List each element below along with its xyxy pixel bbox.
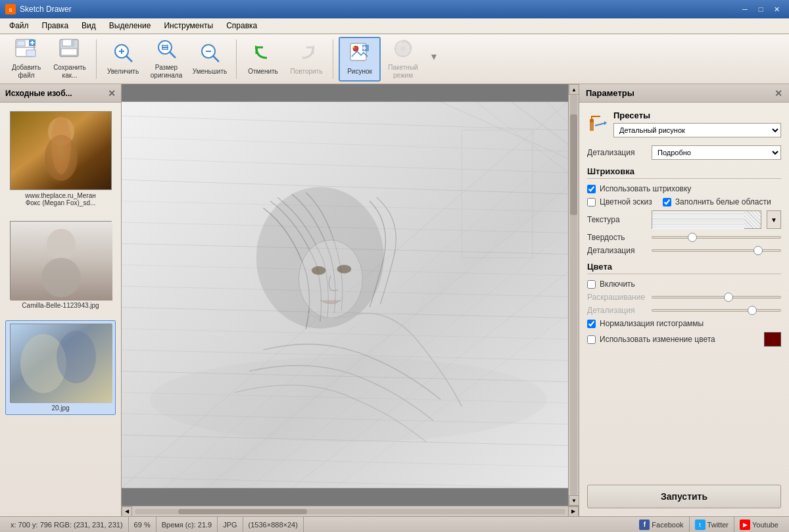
save-as-label: Сохранитькак... [53, 64, 86, 80]
menu-edit[interactable]: Правка [36, 20, 76, 33]
left-panel-content: www.theplace.ru_МеганФокс (Megan Fox)_sd… [0, 103, 121, 516]
scroll-down-button[interactable]: ▼ [569, 495, 579, 506]
color-swatch[interactable] [764, 332, 781, 347]
scroll-up-button[interactable]: ▲ [569, 84, 579, 95]
svg-line-16 [126, 56, 132, 62]
right-panel-close-button[interactable]: ✕ [775, 88, 782, 99]
close-button[interactable]: ✕ [769, 3, 784, 16]
add-file-button[interactable]: Добавитьфайл [5, 37, 47, 82]
canvas-scrollable[interactable] [122, 84, 568, 506]
maximize-button[interactable]: □ [753, 3, 768, 16]
svg-text:S: S [9, 7, 12, 13]
menu-select[interactable]: Выделение [103, 20, 158, 33]
use-hatching-row: Использовать штриховку [587, 184, 781, 193]
youtube-icon: ▶ [740, 520, 750, 530]
redo-label: Повторить [291, 68, 323, 76]
run-button-area: Запустить [579, 479, 789, 516]
thumbnail-label-1: www.theplace.ru_МеганФокс (Megan Fox)_sd… [25, 192, 95, 206]
normalize-checkbox[interactable] [587, 320, 596, 328]
facebook-link[interactable]: f Facebook [639, 520, 683, 530]
orig-size-label: Размероригинала [151, 64, 182, 80]
menu-bar: Файл Правка Вид Выделение Инструменты Сп… [0, 18, 789, 34]
texture-dropdown-button[interactable]: ▼ [767, 210, 781, 229]
color-change-checkbox[interactable] [587, 335, 596, 344]
color-sketch-checkbox[interactable] [587, 198, 596, 206]
hardness-slider[interactable] [652, 236, 781, 239]
right-panel-content: Пресеты Детальный рисунок Простой рисуно… [579, 103, 789, 479]
colorize-slider[interactable] [652, 296, 781, 299]
add-file-label: Добавитьфайл [12, 64, 41, 80]
zoom-out-button[interactable]: Уменьшить [189, 37, 231, 82]
redo-icon [295, 42, 318, 66]
hatching-section: Штриховка Использовать штриховку Цветной… [587, 166, 781, 255]
scroll-right-button[interactable]: ▶ [568, 506, 579, 517]
batch-icon [391, 38, 415, 62]
thumbnail-item-2[interactable]: Camilla-Belle-1123943.jpg [5, 218, 116, 312]
status-youtube[interactable]: ▶ Youtube [734, 517, 784, 532]
hatching-detail-label: Детализация [587, 246, 646, 255]
color-change-row: Использовать изменение цвета [587, 332, 781, 347]
scroll-thumb-vertical[interactable] [570, 114, 577, 214]
main-area: Исходные изоб... ✕ [0, 84, 789, 516]
redo-button[interactable]: Повторить [285, 37, 327, 82]
thumbnail-item-3[interactable]: 20.jpg [5, 320, 116, 415]
toolbar-history-group: Отменить Повторить [242, 37, 327, 82]
minimize-button[interactable]: ─ [738, 3, 752, 16]
color-detail-slider[interactable] [652, 309, 781, 312]
normalize-row: Нормализация гистограммы [587, 319, 781, 328]
thumbnail-item-1[interactable]: www.theplace.ru_МеганФокс (Megan Fox)_sd… [5, 108, 116, 210]
texture-label: Текстура [587, 215, 646, 224]
menu-tools[interactable]: Инструменты [157, 20, 220, 33]
hatching-detail-slider[interactable] [652, 249, 781, 252]
title-bar: S Sketch Drawer ─ □ ✕ [0, 0, 789, 18]
fill-white-row: Заполнить белые области [663, 197, 771, 206]
scroll-track-horizontal[interactable] [135, 509, 565, 514]
enable-colors-checkbox[interactable] [587, 280, 596, 289]
run-button[interactable]: Запустить [587, 485, 781, 508]
enable-colors-row: Включить [587, 279, 781, 289]
menu-help[interactable]: Справка [220, 20, 264, 33]
scroll-left-button[interactable]: ◀ [122, 506, 132, 517]
orig-size-button[interactable]: Размероригинала [145, 37, 187, 82]
zoom-in-icon [111, 42, 135, 66]
undo-button[interactable]: Отменить [242, 37, 284, 82]
picture-button[interactable]: Рисунок [339, 37, 381, 82]
presets-label: Пресеты [613, 110, 781, 120]
svg-point-73 [150, 357, 547, 442]
save-as-button[interactable]: Сохранитькак... [49, 37, 91, 82]
status-twitter[interactable]: t Twitter [690, 517, 734, 532]
use-hatching-checkbox[interactable] [587, 185, 596, 193]
color-detail-label: Детализация [587, 306, 646, 315]
batch-button[interactable]: Пакетныйрежим [382, 37, 424, 82]
toolbar-file-group: Добавитьфайл Сохранитькак... [5, 37, 91, 82]
enable-colors-label: Включить [600, 279, 635, 289]
scroll-track-vertical[interactable] [570, 95, 577, 495]
presets-icon [587, 114, 608, 135]
detail-level-label: Детализация [587, 148, 646, 157]
horizontal-scrollbar[interactable]: ◀ ▶ [122, 506, 579, 516]
left-panel-close-button[interactable]: ✕ [108, 88, 116, 99]
scroll-thumb-horizontal[interactable] [178, 509, 308, 514]
toolbar-dropdown-arrow[interactable]: ▼ [429, 51, 439, 67]
menu-file[interactable]: Файл [3, 20, 36, 33]
vertical-scrollbar[interactable]: ▲ ▼ [568, 84, 579, 506]
fill-white-checkbox[interactable] [663, 198, 671, 206]
svg-point-41 [51, 115, 71, 174]
menu-view[interactable]: Вид [75, 20, 103, 33]
svg-point-43 [47, 229, 76, 260]
youtube-link[interactable]: ▶ Youtube [740, 520, 778, 530]
left-panel-title: Исходные изоб... [5, 89, 72, 98]
colorize-row: Раскрашивание [587, 293, 781, 302]
thumbnail-label-3: 20.jpg [51, 404, 69, 412]
svg-marker-86 [604, 121, 607, 125]
presets-select[interactable]: Детальный рисунок Простой рисунок Мягкий… [613, 123, 781, 137]
zoom-out-icon [198, 42, 222, 66]
zoom-in-button[interactable]: Увеличить [102, 37, 144, 82]
twitter-link[interactable]: t Twitter [695, 520, 729, 530]
facebook-icon: f [639, 520, 650, 530]
status-facebook[interactable]: f Facebook [634, 517, 689, 532]
detail-level-row: Детализация Подробно Нормально Быстро [587, 145, 781, 160]
canvas-with-scroll: ▲ ▼ [122, 84, 579, 506]
detail-level-select[interactable]: Подробно Нормально Быстро [652, 145, 781, 160]
fill-white-label: Заполнить белые области [675, 197, 771, 206]
